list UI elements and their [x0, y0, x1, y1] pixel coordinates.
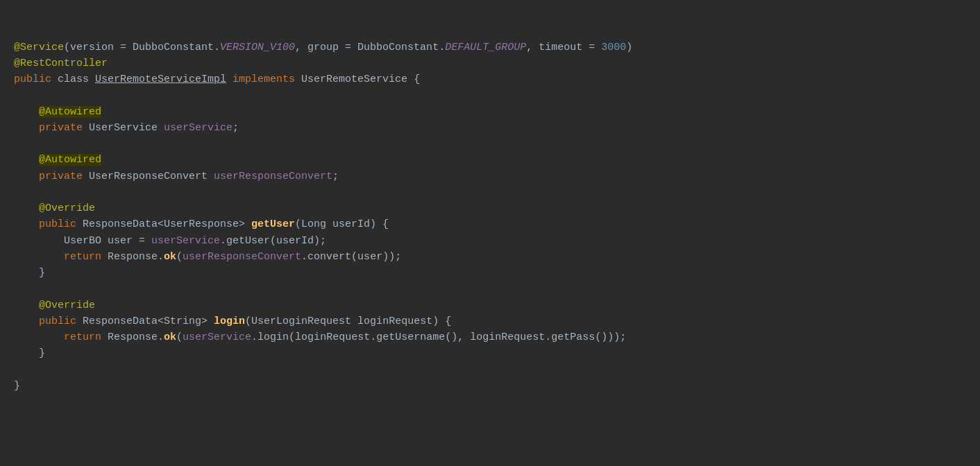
- code-line-line3: public class UserRemoteServiceImpl imple…: [14, 71, 966, 87]
- code-line-line20: }: [14, 345, 966, 361]
- code-line-line12: public ResponseData<UserResponse> getUse…: [14, 216, 966, 232]
- code-line-line18: public ResponseData<String> login(UserLo…: [14, 313, 966, 329]
- code-line-line14: return Response.ok(userResponseConvert.c…: [14, 249, 966, 265]
- code-line-line8: @Autowired: [14, 152, 966, 168]
- code-line-line19: return Response.ok(userService.login(log…: [14, 329, 966, 345]
- code-line-line22: }: [14, 378, 966, 394]
- code-line-line6: private UserService userService;: [14, 120, 966, 136]
- code-line-line17: @Override: [14, 297, 966, 313]
- code-line-line15: }: [14, 265, 966, 281]
- code-line-line9: private UserResponseConvert userResponse…: [14, 169, 966, 184]
- code-line-line1: @Service(version = DubboConstant.VERSION…: [14, 40, 966, 55]
- code-line-line16: [14, 281, 966, 297]
- code-line-line10: [14, 184, 966, 200]
- code-line-line7: [14, 136, 966, 152]
- code-line-line21: [14, 362, 966, 378]
- code-line-line4: [14, 87, 966, 103]
- code-line-line5: @Autowired: [14, 104, 966, 120]
- code-line-line13: UserBO user = userService.getUser(userId…: [14, 233, 966, 249]
- code-line-line11: @Override: [14, 200, 966, 216]
- code-line-line2: @RestController: [14, 55, 966, 71]
- code-editor: @Service(version = DubboConstant.VERSION…: [14, 7, 966, 394]
